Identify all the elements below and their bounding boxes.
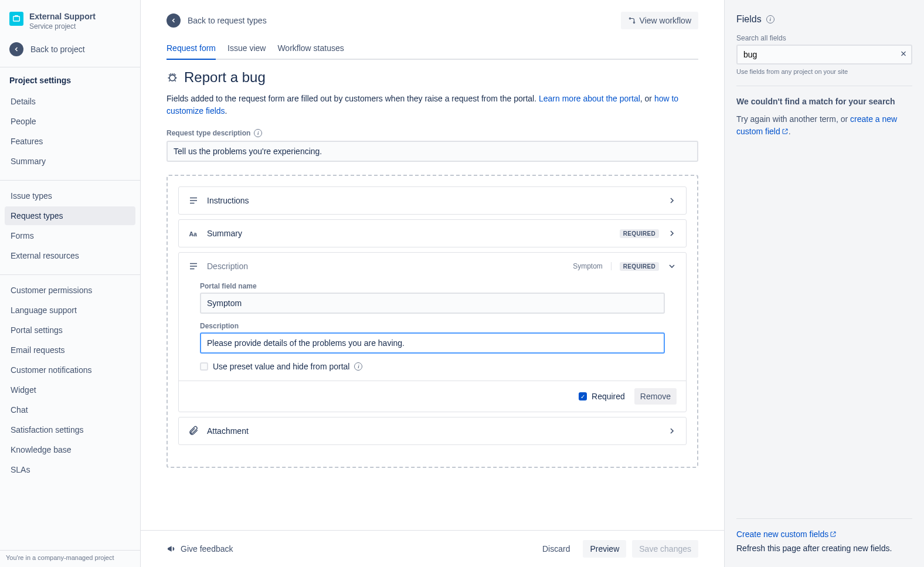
required-badge: REQUIRED [620, 262, 659, 271]
preset-value-checkbox[interactable]: Use preset value and hide from portal i [200, 362, 665, 371]
tab-issue-view[interactable]: Issue view [227, 43, 266, 60]
sidebar-item-widget[interactable]: Widget [5, 381, 135, 399]
instructions-icon [188, 195, 199, 206]
back-arrow-icon [9, 42, 23, 56]
svg-text:Aa: Aa [189, 230, 198, 237]
back-arrow-icon [167, 13, 181, 28]
sidebar-item-chat[interactable]: Chat [5, 400, 135, 419]
sidebar-item-email-requests[interactable]: Email requests [5, 341, 135, 359]
field-row-attachment[interactable]: Attachment [178, 417, 687, 445]
back-to-project-label: Back to project [30, 45, 85, 54]
required-badge: REQUIRED [620, 229, 659, 238]
form-builder-area: Instructions Aa Summary REQUIRED Descrip… [167, 175, 698, 468]
page-title: Report a bug [167, 69, 698, 86]
field-header-description[interactable]: Description Symptom REQUIRED [179, 253, 686, 280]
sidebar-item-knowledge-base[interactable]: Knowledge base [5, 440, 135, 459]
workflow-icon [628, 16, 636, 25]
portal-hint: Symptom [573, 262, 612, 270]
field-label: Instructions [207, 196, 659, 205]
panel-title: Fields i [736, 14, 912, 25]
info-icon[interactable]: i [354, 362, 362, 371]
preview-button[interactable]: Preview [583, 540, 626, 558]
sidebar-nav-group-3: Customer permissionsLanguage supportPort… [0, 277, 140, 486]
field-label: Description [207, 262, 565, 271]
info-icon[interactable]: i [766, 15, 774, 23]
tab-request-form[interactable]: Request form [167, 43, 216, 60]
svg-point-2 [633, 22, 634, 23]
intro-text: Fields added to the request form are fil… [167, 93, 698, 117]
portal-field-name-label: Portal field name [200, 282, 665, 290]
field-row-summary[interactable]: Aa Summary REQUIRED [178, 219, 687, 247]
create-new-custom-fields-link[interactable]: Create new custom fields [736, 529, 837, 539]
sidebar-item-people[interactable]: People [5, 112, 135, 131]
portal-field-name-input[interactable] [200, 293, 665, 314]
sidebar-nav-group-2: Issue typesRequest typesFormsExternal re… [0, 183, 140, 272]
tabs: Request formIssue viewWorkflow statuses [167, 43, 698, 60]
sidebar-item-forms[interactable]: Forms [5, 226, 135, 245]
back-label: Back to request types [188, 16, 267, 25]
field-label: Summary [207, 229, 612, 238]
field-row-instructions[interactable]: Instructions [178, 186, 687, 215]
checkbox-unchecked-icon [200, 362, 208, 371]
search-hint: Use fields from any project on your site [736, 68, 912, 75]
discard-button[interactable]: Discard [535, 540, 577, 558]
external-link-icon [782, 128, 789, 135]
give-feedback-button[interactable]: Give feedback [167, 544, 233, 554]
sidebar-item-external-resources[interactable]: External resources [5, 246, 135, 265]
page-title-text: Report a bug [184, 69, 266, 86]
sidebar-footer: You're in a company-managed project [0, 550, 140, 567]
field-description-input[interactable] [200, 332, 665, 354]
attachment-icon [188, 426, 199, 436]
external-link-icon [830, 531, 837, 538]
refresh-hint: Refresh this page after creating new fie… [736, 544, 912, 553]
request-desc-label: Request type description i [167, 129, 698, 137]
svg-point-3 [169, 75, 175, 81]
project-name: External Support [29, 12, 96, 21]
sidebar-item-request-types[interactable]: Request types [5, 206, 135, 225]
project-subtitle: Service project [29, 22, 96, 30]
sidebar-item-summary[interactable]: Summary [5, 152, 135, 171]
tab-workflow-statuses[interactable]: Workflow statuses [277, 43, 344, 60]
sidebar-item-details[interactable]: Details [5, 92, 135, 111]
no-match-text: Try again with another term, or create a… [736, 113, 912, 138]
back-to-request-types[interactable]: Back to request types [167, 13, 267, 28]
remove-field-button[interactable]: Remove [634, 388, 677, 405]
fields-panel: Fields i Search all fields Use fields fr… [725, 0, 924, 567]
sidebar: External Support Service project Back to… [0, 0, 141, 567]
sidebar-item-portal-settings[interactable]: Portal settings [5, 321, 135, 339]
chevron-right-icon [667, 426, 677, 436]
sidebar-nav-group-1: DetailsPeopleFeaturesSummary [0, 89, 140, 178]
sidebar-item-slas[interactable]: SLAs [5, 460, 135, 479]
field-description-label: Description [200, 322, 665, 330]
sidebar-section-title: Project settings [0, 67, 140, 89]
sidebar-item-features[interactable]: Features [5, 132, 135, 151]
checkbox-checked-icon: ✓ [579, 392, 587, 400]
paragraph-icon [188, 261, 199, 271]
sidebar-item-customer-notifications[interactable]: Customer notifications [5, 361, 135, 379]
search-fields-input[interactable] [736, 45, 912, 64]
project-header: External Support Service project [0, 0, 140, 38]
back-to-project[interactable]: Back to project [0, 38, 140, 64]
no-match-title: We couldn't find a match for your search [736, 97, 912, 106]
clear-search-icon[interactable] [899, 50, 908, 60]
learn-more-portal-link[interactable]: Learn more about the portal [539, 94, 640, 103]
save-changes-button: Save changes [632, 540, 698, 558]
chevron-right-icon [667, 229, 677, 238]
project-icon [9, 12, 23, 26]
megaphone-icon [167, 544, 176, 554]
request-description-input[interactable] [167, 141, 698, 162]
field-label: Attachment [207, 426, 659, 436]
view-workflow-button[interactable]: View workflow [621, 12, 698, 29]
svg-rect-0 [13, 16, 20, 21]
sidebar-item-customer-permissions[interactable]: Customer permissions [5, 281, 135, 300]
sidebar-item-satisfaction-settings[interactable]: Satisfaction settings [5, 420, 135, 439]
sidebar-item-issue-types[interactable]: Issue types [5, 186, 135, 205]
chevron-right-icon [667, 196, 677, 205]
svg-point-1 [629, 18, 630, 19]
field-row-description: Description Symptom REQUIRED Portal fiel… [178, 252, 687, 412]
info-icon[interactable]: i [254, 129, 262, 137]
bug-icon [167, 72, 178, 83]
main-content: Back to request types View workflow Requ… [141, 0, 725, 567]
required-checkbox[interactable]: ✓ Required [579, 392, 625, 401]
sidebar-item-language-support[interactable]: Language support [5, 301, 135, 320]
